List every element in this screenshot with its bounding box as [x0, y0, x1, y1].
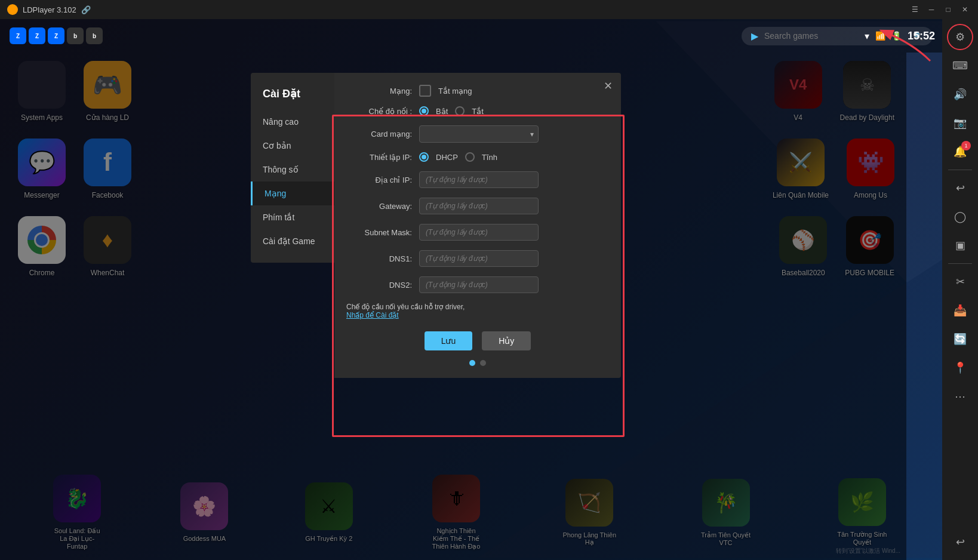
sidebar-rotate-button[interactable]: 🔄 [947, 326, 973, 352]
sidebar-divider-2 [948, 263, 972, 264]
b-icon-1[interactable]: b [67, 27, 84, 44]
sidebar-location-button[interactable]: 📍 [947, 355, 973, 381]
subnet-mask-row: Subnet Mask: (Tự động lấy được) [346, 224, 609, 241]
sidebar-install-button[interactable]: 📥 [947, 297, 973, 324]
radio-tat[interactable] [455, 106, 465, 116]
back-bottom-icon: ↩ [956, 536, 965, 549]
menu-button[interactable]: ☰ [909, 4, 921, 16]
tat-label: Tắt [472, 107, 484, 116]
dialog-footer: Lưu Hủy [346, 331, 609, 350]
titlebar-logo [7, 4, 18, 15]
emulator-topbar: Z Z Z b b ▶ 🔍 ▾ 📶 🔋 15:52 [0, 19, 942, 53]
zalo-icon-3[interactable]: Z [48, 27, 64, 44]
keyboard-icon: ⌨ [952, 59, 968, 72]
recents-icon: ▣ [955, 239, 965, 252]
install-icon: 📥 [954, 304, 967, 317]
sidebar-back-bottom-button[interactable]: ↩ [947, 529, 973, 555]
volume-icon: 🔊 [954, 88, 967, 101]
clock-area: ▾ 📶 🔋 15:52 [857, 19, 942, 53]
titlebar-icon: 🔗 [81, 5, 91, 14]
gateway-row: Gateway: (Tự động lấy được) [346, 198, 609, 214]
subnet-mask-label: Subnet Mask: [346, 228, 412, 237]
zalo-icons-group: Z Z Z b b [10, 27, 103, 44]
zalo-icon-2[interactable]: Z [29, 27, 45, 44]
titlebar: LDPlayer 3.102 🔗 ☰ ─ □ ✕ [0, 0, 978, 19]
dns2-label: DNS2: [346, 281, 412, 290]
dot-1 [469, 360, 475, 366]
dns1-label: DNS1: [346, 254, 412, 263]
tinh-label: Tĩnh [482, 153, 497, 162]
mang-row: Mạng: Tắt mạng [346, 85, 609, 97]
driver-note: Chế độ cầu nối yêu cầu hỗ trợ driver, Nh… [346, 303, 609, 319]
sidebar-home-button[interactable]: ◯ [947, 204, 973, 230]
titlebar-title: LDPlayer 3.102 [23, 5, 76, 14]
che-do-noi-value: Bật Tắt [419, 106, 609, 116]
card-mang-value: ▾ [419, 125, 609, 143]
sidebar-keyboard-button[interactable]: ⌨ [947, 53, 973, 79]
sidebar-divider-1 [948, 170, 972, 170]
bat-label: Bật [436, 107, 448, 116]
battery-icon: 🔋 [891, 31, 902, 41]
card-mang-label: Card mạng: [346, 130, 412, 139]
dns1-row: DNS1: (Tự động lấy được) [346, 250, 609, 267]
settings-network-dialog: ✕ Mạng: Tắt mạng Chế độ nối : Bật Tắt Ca… [334, 73, 621, 378]
che-do-noi-row: Chế độ nối : Bật Tắt [346, 106, 609, 116]
camera-icon: 📷 [954, 116, 967, 130]
radio-bat[interactable] [419, 106, 429, 116]
sidebar-back-button[interactable]: ↩ [947, 175, 973, 201]
minimize-button[interactable]: ─ [925, 4, 937, 16]
sidebar-camera-button[interactable]: 📷 [947, 110, 973, 136]
more-icon: ⋯ [955, 390, 965, 403]
pagination-dots [346, 360, 609, 366]
emulator-area: Z Z Z b b ▶ 🔍 ▾ 📶 🔋 15:52 [0, 19, 942, 560]
radio-dhcp[interactable] [419, 152, 429, 162]
sidebar-recents-button[interactable]: ▣ [947, 232, 973, 259]
card-mang-select[interactable] [419, 125, 539, 143]
radio-tinh[interactable] [465, 152, 475, 162]
dns2-input[interactable]: (Tự động lấy được) [419, 276, 539, 293]
thiet-lap-ip-label: Thiết lập IP: [346, 153, 412, 162]
right-sidebar: ⚙ ⌨ 🔊 📷 🔔 1 ↩ ◯ ▣ ✂ 📥 🔄 📍 ⋯ ↩ [942, 19, 978, 560]
subnet-mask-input[interactable]: (Tự động lấy được) [419, 224, 539, 241]
home-icon: ◯ [954, 210, 966, 223]
mang-checkbox[interactable] [419, 85, 431, 97]
thiet-lap-ip-row: Thiết lập IP: DHCP Tĩnh [346, 152, 609, 162]
sidebar-more-button[interactable]: ⋯ [947, 383, 973, 410]
dns1-input[interactable]: (Tự động lấy được) [419, 250, 539, 267]
dot-2 [480, 360, 486, 366]
sidebar-settings-button[interactable]: ⚙ [947, 24, 973, 50]
gateway-value: (Tự động lấy được) [419, 198, 609, 214]
sidebar-volume-button[interactable]: 🔊 [947, 81, 973, 107]
location-icon: 📍 [954, 361, 967, 374]
clock-display: 15:52 [908, 30, 935, 42]
maximize-button[interactable]: □ [942, 4, 954, 16]
dialog-close-button[interactable]: ✕ [601, 79, 615, 93]
close-button[interactable]: ✕ [959, 4, 971, 16]
settings-icon: ⚙ [955, 30, 965, 44]
mang-label: Mạng: [346, 87, 412, 96]
signal-icon: 📶 [875, 31, 885, 41]
gateway-label: Gateway: [346, 202, 412, 211]
card-mang-row: Card mạng: ▾ [346, 125, 609, 143]
cancel-button[interactable]: Hủy [482, 331, 531, 350]
dia-chi-ip-input[interactable]: (Tự động lấy được) [419, 171, 539, 188]
back-icon: ↩ [956, 181, 965, 195]
note-text-1: Chế độ cầu nối yêu cầu hỗ trợ driver, [346, 303, 465, 311]
sidebar-notification-button[interactable]: 🔔 1 [947, 139, 973, 165]
b-icon-2[interactable]: b [86, 27, 103, 44]
gateway-input[interactable]: (Tự động lấy được) [419, 198, 539, 214]
save-button[interactable]: Lưu [425, 331, 473, 350]
rotate-icon: 🔄 [954, 333, 967, 346]
subnet-mask-value: (Tự động lấy được) [419, 224, 609, 241]
dia-chi-ip-row: Địa chỉ IP: (Tự động lấy được) [346, 171, 609, 188]
mang-value: Tắt mạng [419, 85, 609, 97]
che-do-noi-label: Chế độ nối : [346, 107, 412, 116]
zalo-icon-1[interactable]: Z [10, 27, 26, 44]
dns1-value: (Tự động lấy được) [419, 250, 609, 267]
sidebar-cut-button[interactable]: ✂ [947, 269, 973, 295]
dia-chi-ip-value: (Tự động lấy được) [419, 171, 609, 188]
card-mang-dropdown-wrapper: ▾ [419, 125, 539, 143]
play-store-icon: ▶ [751, 30, 758, 42]
notification-badge: 1 [961, 141, 971, 150]
note-link[interactable]: Nhấp để Cài đặt [346, 311, 399, 319]
